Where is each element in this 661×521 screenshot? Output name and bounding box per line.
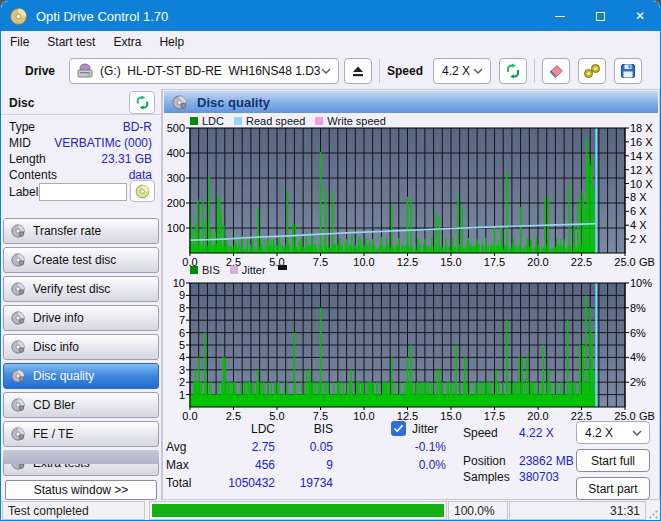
disc-burn-icon [135,184,150,199]
menubar: File Start test Extra Help [1,31,660,53]
svg-text:10%: 10% [630,277,652,289]
legend-marker [278,265,287,270]
disc-icon [11,282,25,296]
sidebar-item-disc-quality[interactable]: Disc quality [3,363,159,389]
menu-start-test[interactable]: Start test [38,32,104,52]
disc-quality-panel: Disc quality LDCRead speedWrite speed 10… [162,89,660,500]
legend-swatch [190,266,198,274]
sidebar-item-create-test-disc[interactable]: Create test disc [3,247,159,273]
svg-text:8: 8 [179,302,185,314]
svg-text:300: 300 [167,172,185,184]
svg-text:14 X: 14 X [630,150,653,162]
svg-text:16 X: 16 X [630,136,653,148]
disc-icon [11,398,25,412]
eject-button[interactable] [344,58,372,84]
sidebar-item-disc-info[interactable]: Disc info [3,334,159,360]
stats-avg-bis: 0.05 [279,440,333,454]
svg-text:200: 200 [167,197,185,209]
disc-label-burn-button[interactable] [130,180,155,202]
svg-text:4%: 4% [630,351,646,363]
disc-label-input[interactable] [39,183,127,201]
svg-text:5: 5 [179,339,185,351]
svg-text:17.5: 17.5 [484,256,505,268]
chart2-legend: BISJitter [190,264,287,276]
disc-icon [11,340,25,354]
start-part-button[interactable]: Start part [576,477,650,500]
refresh-button[interactable] [499,58,527,84]
minimize-button[interactable] [540,1,580,31]
svg-text:25.0: 25.0 [614,256,635,268]
legend-swatch [230,266,238,274]
svg-text:18 X: 18 X [630,124,653,134]
toolbar: Drive (G:) HL-DT-ST BD-RE WH16NS48 1.D3 … [1,53,660,89]
sidebar-item-fe-te[interactable]: FE / TE [3,421,159,447]
sidebar-item-transfer-rate[interactable]: Transfer rate [3,218,159,244]
svg-text:10 X: 10 X [630,178,653,190]
jitter-checkbox[interactable] [391,421,406,436]
disc-refresh-button[interactable] [129,91,155,114]
drive-combo[interactable]: (G:) HL-DT-ST BD-RE WH16NS48 1.D3 [69,58,339,84]
disc-section-header: Disc [1,91,161,115]
speed-label: Speed [387,64,423,78]
statusbar: Test completed 100.0% 31:31 [1,500,660,521]
svg-text:2 X: 2 X [630,233,647,245]
erase-button[interactable] [542,58,570,84]
menu-help[interactable]: Help [150,32,193,52]
close-button[interactable]: ✕ [620,1,660,31]
search-button[interactable] [578,58,606,84]
svg-text:7.5: 7.5 [313,256,328,268]
disc-icon [11,369,25,383]
svg-text:400: 400 [167,147,185,159]
chevron-down-icon [632,430,642,436]
svg-text:100: 100 [167,222,185,234]
disc-icon [11,427,25,441]
speed-stat-value: 4.22 X [519,426,554,440]
eject-icon [350,63,366,79]
svg-text:6: 6 [179,327,185,339]
sidebar-item-drive-info[interactable]: Drive info [3,305,159,331]
chevron-down-icon [473,68,483,74]
speed-stat-label: Speed [463,426,498,440]
speed-select-combo[interactable]: 4.2 X [576,421,650,444]
app-window: Opti Drive Control 1.70 ✕ File Start tes… [0,0,661,521]
disc-quality-icon [172,95,187,110]
resize-grip[interactable] [646,500,660,521]
check-icon [393,424,404,433]
svg-text:22.5: 22.5 [571,256,592,268]
svg-text:4 X: 4 X [630,219,647,231]
status-window-button[interactable]: Status window >> [5,480,157,500]
svg-text:6%: 6% [630,327,646,339]
maximize-button[interactable] [580,1,620,31]
svg-text:2: 2 [179,376,185,388]
sidebar-item-label: Verify test disc [33,282,110,296]
chevron-down-icon [321,68,331,74]
stats-max-ldc: 456 [203,458,275,472]
disc-mid-label: MID [9,136,31,150]
sidebar-item-cd-bler[interactable]: CD Bler [3,392,159,418]
stats-header-bis: BIS [293,422,333,436]
menu-extra[interactable]: Extra [104,32,150,52]
status-text: Test completed [2,501,145,520]
speed-combo[interactable]: 4.2 X [433,58,491,84]
sidebar-item-label: CD Bler [33,398,75,412]
svg-text:8%: 8% [630,302,646,314]
legend-item: BIS [190,264,220,276]
stats-header-ldc: LDC [235,422,275,436]
panel-title: Disc quality [197,95,270,110]
stats-total-ldc: 1050432 [203,476,275,490]
samples-stat-value: 380703 [519,470,559,484]
disc-length-label: Length [9,152,46,166]
disc-icon [11,253,25,267]
svg-text:GB: GB [639,256,655,268]
stats-section: LDC BIS Avg 2.75 0.05 -0.1% Max 456 9 0.… [163,420,659,501]
start-full-button[interactable]: Start full [576,449,650,472]
disc-length-value: 23.31 GB [101,152,152,166]
menu-file[interactable]: File [1,32,38,52]
svg-text:10: 10 [173,277,185,289]
sidebar-item-verify-test-disc[interactable]: Verify test disc [3,276,159,302]
progress-percent: 100.0% [448,501,508,520]
save-button[interactable] [614,58,642,84]
progress-fill [152,504,444,517]
drive-label: Drive [25,64,55,78]
svg-text:4: 4 [179,351,185,363]
